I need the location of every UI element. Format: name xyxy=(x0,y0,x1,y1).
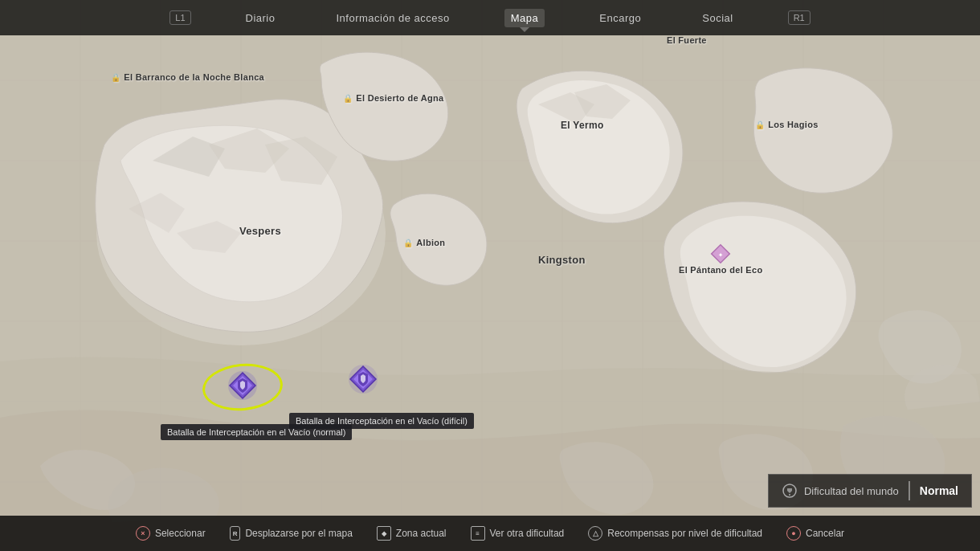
triangle-button-icon: △ xyxy=(588,526,602,541)
left-bumper[interactable]: L1 xyxy=(169,10,190,25)
pink-diamond-marker[interactable]: ✦ xyxy=(709,243,732,268)
hard-battle-marker[interactable] xyxy=(347,363,379,398)
bottom-action-bar: × Seleccionar R Desplazarse por el mapa … xyxy=(0,516,980,551)
r-button-icon: R xyxy=(230,526,241,541)
action-cancelar[interactable]: ● Cancelar xyxy=(786,526,844,541)
hard-battle-tooltip: Batalla de Interceptación en el Vacío (d… xyxy=(289,413,474,429)
right-bumper[interactable]: R1 xyxy=(788,10,811,25)
action-label: Ver otra dificultad xyxy=(490,528,565,539)
action-label: Cancelar xyxy=(806,528,844,539)
tab-social[interactable]: Social xyxy=(696,9,739,27)
tab-acceso[interactable]: Información de acceso xyxy=(329,9,455,27)
difficulty-panel: Dificultad del mundo Normal xyxy=(768,474,972,508)
svg-point-25 xyxy=(789,494,790,496)
action-label: Zona actual xyxy=(396,528,447,539)
difficulty-icon xyxy=(782,483,798,499)
action-zona[interactable]: ◆ Zona actual xyxy=(377,526,447,541)
menu-button-icon: ≡ xyxy=(471,526,485,541)
tab-diario[interactable]: Diario xyxy=(239,9,282,27)
action-label: Recompensas por nivel de dificultad xyxy=(607,528,762,539)
square-button-icon: ◆ xyxy=(377,526,391,541)
action-desplazarse[interactable]: R Desplazarse por el mapa xyxy=(230,526,353,541)
action-seleccionar[interactable]: × Seleccionar xyxy=(136,526,206,541)
difficulty-separator xyxy=(909,481,910,500)
tab-mapa[interactable]: Mapa xyxy=(504,9,545,27)
cross-button-icon: × xyxy=(136,526,150,541)
map-background xyxy=(0,0,980,551)
top-navigation: L1 Diario Información de acceso Mapa Enc… xyxy=(0,0,980,35)
tab-encargo[interactable]: Encargo xyxy=(593,9,647,27)
action-label: Desplazarse por el mapa xyxy=(245,528,352,539)
difficulty-label: Dificultad del mundo xyxy=(782,483,899,499)
difficulty-value: Normal xyxy=(920,484,958,497)
normal-battle-marker[interactable] xyxy=(227,369,259,405)
action-recompensas[interactable]: △ Recompensas por nivel de dificultad xyxy=(588,526,762,541)
svg-text:✦: ✦ xyxy=(718,252,723,258)
action-label: Seleccionar xyxy=(155,528,206,539)
circle-button-icon: ● xyxy=(786,526,801,541)
action-ver-dificultad[interactable]: ≡ Ver otra dificultad xyxy=(471,526,565,541)
